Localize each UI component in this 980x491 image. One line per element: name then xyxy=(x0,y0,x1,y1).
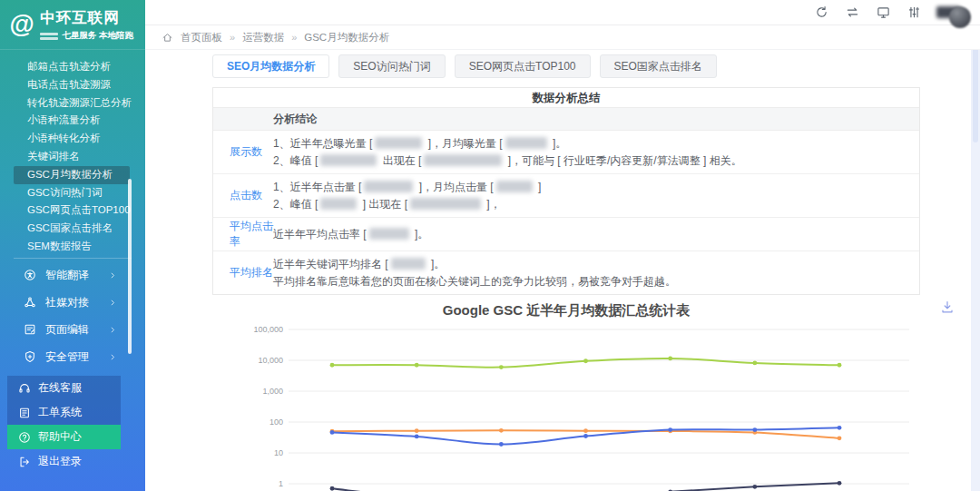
sidebar-item[interactable]: 电话点击轨迹溯源 xyxy=(14,76,130,94)
summary-row-label: 平均排名 xyxy=(213,265,273,280)
brand-title: 中环互联网 xyxy=(40,8,133,28)
redacted-value xyxy=(369,228,409,240)
tabs: SEO月均数据分析SEO访问热门词SEO网页点击TOP100SEO国家点击排名 xyxy=(212,54,717,78)
breadcrumb: 首页面板»运营数据»GSC月均数据分析 xyxy=(145,25,980,50)
chevron-right-icon xyxy=(108,325,118,335)
breadcrumb-item[interactable]: 首页面板 xyxy=(181,31,222,44)
help-icon xyxy=(18,431,31,444)
redacted-value xyxy=(496,181,533,192)
main-content: SEO月均数据分析SEO访问热门词SEO网页点击TOP100SEO国家点击排名 … xyxy=(145,50,971,491)
sliders-icon[interactable] xyxy=(907,5,921,19)
summary-row-label: 点击数 xyxy=(213,188,273,203)
sidebar-group-item[interactable]: 页面编辑 xyxy=(0,316,145,343)
swirl-at-icon: @ xyxy=(9,12,34,37)
chevron-right-icon xyxy=(108,298,118,308)
sidebar-item[interactable]: GSC国家点击排名 xyxy=(14,220,130,238)
user-cluster xyxy=(936,0,971,28)
sidebar-menu-bottom: 在线客服 工单系统 帮助中心 退出登录 xyxy=(0,376,145,474)
share-icon xyxy=(24,296,36,309)
summary-column-header: 分析结论 xyxy=(213,108,919,131)
sidebar-item[interactable]: 帮助中心 xyxy=(7,425,121,449)
sidebar-group-item[interactable]: 智能翻译 xyxy=(0,261,145,289)
summary-row: 平均点击率 近半年平均点击率 [ ]。 xyxy=(213,218,919,251)
sidebar-divider xyxy=(14,258,132,259)
svg-text:1,000: 1,000 xyxy=(262,387,283,396)
logout-icon xyxy=(18,456,31,468)
sidebar-menu-top: 邮箱点击轨迹分析电话点击轨迹溯源转化轨迹溯源汇总分析小语种流量分析小语种转化分析… xyxy=(0,58,145,256)
sidebar: @ 中环互联网 七星服务 本地陪跑 邮箱点击轨迹分析电话点击轨迹溯源转化轨迹溯源… xyxy=(0,0,145,491)
summary-rows: 展示数 1、近半年总曝光量 [ ]，月均曝光量 [ ]。2、峰值 [ 出现在 [… xyxy=(213,131,919,294)
sidebar-item[interactable]: 关键词排名 xyxy=(14,148,130,166)
line-chart: 100,00010,0001,000100101 xyxy=(145,313,967,491)
monitor-icon[interactable] xyxy=(877,5,890,19)
app: @ 中环互联网 七星服务 本地陪跑 邮箱点击轨迹分析电话点击轨迹溯源转化轨迹溯源… xyxy=(0,0,980,491)
summary-row-label: 平均点击率 xyxy=(213,219,273,250)
headset-icon xyxy=(18,382,31,395)
shield-icon xyxy=(24,350,36,363)
breadcrumb-item[interactable]: 运营数据 xyxy=(242,31,284,44)
tab[interactable]: SEO国家点击排名 xyxy=(600,54,717,78)
sidebar-item[interactable]: 退出登录 xyxy=(7,449,121,474)
sidebar-item[interactable]: 邮箱点击轨迹分析 xyxy=(14,58,130,76)
svg-text:10,000: 10,000 xyxy=(258,356,283,365)
redacted-value xyxy=(320,198,357,210)
summary-table: 数据分析总结 分析结论 展示数 1、近半年总曝光量 [ ]，月均曝光量 [ ]。… xyxy=(212,87,920,295)
page-edit-icon xyxy=(24,323,36,336)
brand[interactable]: @ 中环互联网 七星服务 本地陪跑 xyxy=(0,0,145,50)
sidebar-group-item[interactable]: 安全管理 xyxy=(0,343,145,370)
redacted-value xyxy=(375,137,422,149)
breadcrumb-separator: » xyxy=(230,32,235,43)
svg-text:100: 100 xyxy=(270,417,283,427)
summary-row: 点击数 1、近半年点击量 [ ]，月均点击量 [ ]2、峰值 [ ] 出现在 [… xyxy=(213,174,919,218)
topbar xyxy=(145,0,980,25)
sidebar-item[interactable]: GSC月均数据分析 xyxy=(14,166,130,184)
topbar-icons xyxy=(815,5,921,19)
sidebar-item[interactable]: GSC访问热门词 xyxy=(14,184,130,202)
home-icon xyxy=(162,32,173,44)
brand-tiny-text xyxy=(40,33,58,42)
svg-text:100,000: 100,000 xyxy=(253,325,283,334)
user-avatar[interactable] xyxy=(949,6,971,28)
translate-icon xyxy=(24,269,36,281)
tab[interactable]: SEO访问热门词 xyxy=(338,54,445,78)
sidebar-item[interactable]: 转化轨迹溯源汇总分析 xyxy=(14,94,130,113)
breadcrumb-separator: » xyxy=(291,32,297,43)
chevron-right-icon xyxy=(108,352,118,362)
sidebar-item[interactable]: SEM数据报告 xyxy=(14,238,130,256)
sidebar-item[interactable]: 小语种转化分析 xyxy=(14,130,130,148)
redacted-value xyxy=(424,154,502,166)
redacted-value xyxy=(320,154,377,166)
swap-icon[interactable] xyxy=(846,5,859,19)
summary-row: 展示数 1、近半年总曝光量 [ ]，月均曝光量 [ ]。2、峰值 [ 出现在 [… xyxy=(213,131,919,174)
sidebar-item[interactable]: GSC网页点击TOP100 xyxy=(14,201,130,220)
page-scrollbar[interactable] xyxy=(971,44,980,491)
redacted-value xyxy=(391,258,426,270)
ticket-icon xyxy=(18,407,31,419)
sidebar-menu-groups: 智能翻译 社媒对接 页面编辑 安全管理 xyxy=(0,261,145,370)
summary-row-label: 展示数 xyxy=(213,144,273,160)
svg-text:1: 1 xyxy=(279,479,283,488)
sidebar-item[interactable]: 小语种流量分析 xyxy=(14,112,130,130)
brand-slogan: 七星服务 本地陪跑 xyxy=(62,30,133,42)
redacted-value xyxy=(410,198,481,210)
page-scrollbar-thumb[interactable] xyxy=(973,47,978,142)
summary-title: 数据分析总结 xyxy=(213,88,919,108)
breadcrumb-item[interactable]: GSC月均数据分析 xyxy=(304,31,389,44)
redacted-value xyxy=(505,137,547,149)
chevron-right-icon xyxy=(108,270,118,280)
sidebar-group-item[interactable]: 社媒对接 xyxy=(0,289,145,316)
summary-row: 平均排名 近半年关键词平均排名 [ ]。平均排名靠后意味着您的页面在核心关键词上… xyxy=(213,251,919,294)
tab[interactable]: SEO网页点击TOP100 xyxy=(455,54,591,78)
svg-text:10: 10 xyxy=(274,448,283,457)
sidebar-item[interactable]: 在线客服 xyxy=(7,376,121,400)
tab[interactable]: SEO月均数据分析 xyxy=(212,54,329,78)
redacted-value xyxy=(364,181,413,192)
sidebar-item[interactable]: 工单系统 xyxy=(7,400,121,425)
refresh-icon[interactable] xyxy=(815,5,828,19)
